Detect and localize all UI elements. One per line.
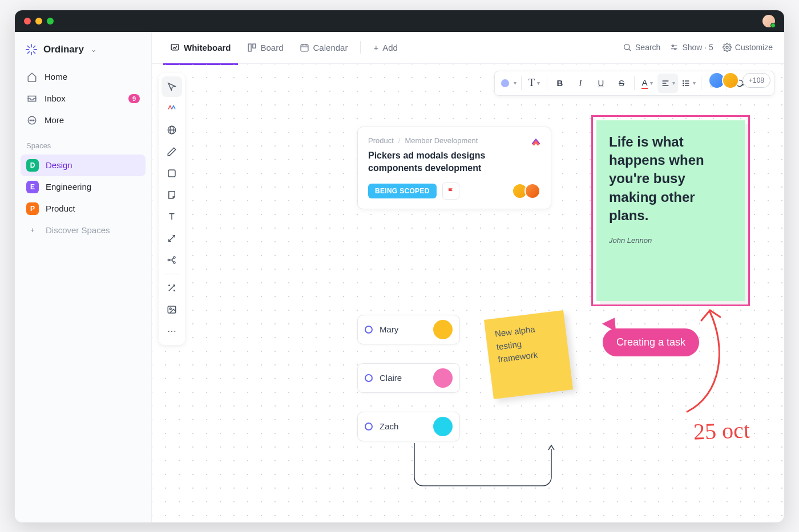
search-label: Search [635, 43, 660, 52]
svg-point-24 [675, 48, 676, 50]
svg-line-4 [28, 46, 30, 47]
workspace-switcher[interactable]: Ordinary ⌄ [21, 40, 146, 66]
tool-text[interactable] [162, 206, 182, 227]
format-strike[interactable]: S [611, 74, 632, 93]
tab-board[interactable]: Board [240, 38, 290, 57]
hand-drawn-arrow [670, 303, 739, 417]
avatar [524, 183, 540, 199]
tab-whiteboard-label: Whiteboard [184, 43, 231, 52]
sidebar: Ordinary ⌄ Home Inbox 9 More Spaces DDes… [15, 32, 152, 522]
person-chip-zach[interactable]: Zach [357, 412, 460, 441]
tool-magic[interactable] [162, 278, 182, 298]
board-icon [247, 43, 257, 52]
yellow-sticky[interactable]: New alpha testing framework [484, 310, 573, 399]
format-bold[interactable]: B [550, 74, 570, 93]
breadcrumb: Product / Member Development [368, 136, 540, 145]
tool-connector[interactable] [162, 228, 182, 249]
format-underline[interactable]: U [591, 74, 611, 93]
space-badge: E [26, 181, 39, 193]
discover-spaces-label: Discover Spaces [46, 225, 110, 235]
svg-point-38 [170, 308, 171, 310]
avatar [433, 417, 453, 436]
color-swatch-icon [501, 79, 509, 87]
status-badge[interactable]: BEING SCOPED [368, 184, 437, 198]
tool-note[interactable] [162, 185, 182, 205]
nav-home[interactable]: Home [21, 66, 146, 88]
crumb-1[interactable]: Product [368, 136, 394, 145]
nav-home-label: Home [45, 72, 67, 82]
tool-image[interactable] [162, 299, 182, 320]
avatar [433, 368, 453, 388]
priority-flag[interactable] [442, 182, 459, 200]
space-badge: P [26, 202, 39, 215]
inbox-badge: 9 [128, 94, 140, 103]
format-fontcolor[interactable]: A [637, 74, 657, 93]
discover-spaces[interactable]: + Discover Spaces [21, 220, 146, 241]
task-card[interactable]: Product / Member Development Pickers ad … [357, 127, 551, 210]
titlebar [15, 10, 784, 32]
space-name: Engineering [46, 182, 91, 192]
quote-author: John Lennon [609, 236, 732, 245]
tab-board-label: Board [261, 43, 284, 52]
nav-more[interactable]: More [21, 109, 146, 131]
tool-mindmap[interactable] [162, 250, 182, 270]
space-item-product[interactable]: PProduct [21, 198, 146, 220]
presence-avatar [722, 72, 739, 89]
tool-shape[interactable] [162, 163, 182, 184]
svg-point-47 [683, 85, 683, 86]
customize-button[interactable]: Customize [723, 43, 773, 52]
format-align[interactable] [657, 74, 678, 93]
tool-pen[interactable] [162, 141, 182, 162]
chevron-down-icon: ⌄ [91, 46, 96, 54]
svg-point-33 [173, 257, 175, 258]
presence-stack[interactable]: +108 [712, 72, 770, 89]
account-avatar[interactable] [762, 15, 775, 27]
sliders-icon [669, 43, 679, 52]
format-textstyle[interactable]: T [524, 74, 544, 93]
svg-point-9 [30, 120, 31, 121]
close-window[interactable] [24, 18, 31, 25]
space-item-design[interactable]: DDesign [21, 155, 146, 176]
nav-inbox[interactable]: Inbox 9 [21, 88, 146, 109]
tab-add[interactable]: + Add [366, 38, 404, 57]
minimize-window[interactable] [35, 18, 42, 25]
space-badge: D [26, 159, 39, 172]
maximize-window[interactable] [47, 18, 54, 25]
assignees[interactable] [515, 183, 540, 199]
svg-rect-12 [171, 44, 179, 50]
radio-icon[interactable] [365, 374, 373, 382]
search-icon [623, 43, 632, 52]
tab-add-label: Add [382, 43, 398, 52]
person-chip-claire[interactable]: Claire [357, 363, 460, 393]
svg-point-10 [31, 120, 33, 121]
show-button[interactable]: Show · 5 [669, 43, 713, 52]
format-list[interactable] [678, 74, 699, 93]
tool-more[interactable]: ⋯ [162, 321, 182, 342]
radio-icon[interactable] [365, 326, 373, 334]
format-color[interactable] [498, 74, 519, 93]
quote-sticky-selected[interactable]: Life is what happens when you're busy ma… [591, 115, 750, 306]
traffic-lights [24, 18, 54, 25]
svg-point-23 [672, 45, 674, 47]
space-item-engineering[interactable]: EEngineering [21, 176, 146, 198]
search-button[interactable]: Search [623, 43, 660, 52]
whiteboard-canvas[interactable]: ⋯ T B I U S A [152, 64, 784, 522]
crumb-2[interactable]: Member Development [405, 136, 478, 145]
tool-web[interactable] [162, 120, 182, 140]
task-title: Pickers ad modals designs components dev… [368, 149, 540, 175]
tab-whiteboard[interactable]: Whiteboard [163, 38, 238, 57]
app-window: Ordinary ⌄ Home Inbox 9 More Spaces DDes… [14, 10, 785, 523]
person-chip-mary[interactable]: Mary [357, 315, 460, 344]
person-name: Claire [380, 373, 426, 383]
svg-rect-29 [168, 170, 175, 177]
svg-line-5 [34, 51, 35, 53]
calendar-icon [300, 43, 309, 52]
format-italic[interactable]: I [570, 74, 591, 93]
tool-cursor[interactable] [162, 76, 182, 97]
tab-calendar[interactable]: Calendar [293, 38, 355, 57]
radio-icon[interactable] [365, 423, 373, 431]
person-name: Mary [380, 324, 426, 334]
svg-point-19 [624, 44, 629, 50]
home-icon [26, 71, 38, 83]
tool-home[interactable] [162, 98, 182, 119]
